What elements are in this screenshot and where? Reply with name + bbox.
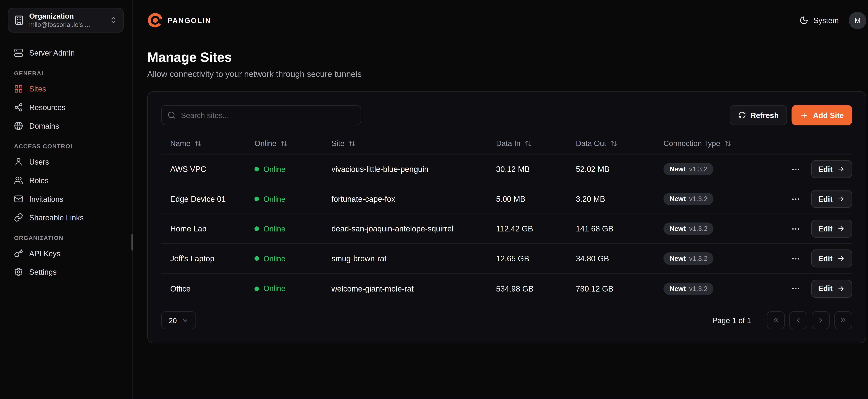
page-size-select[interactable]: 20	[161, 311, 196, 329]
first-page-button[interactable]	[767, 311, 785, 329]
site-tunnel-name: smug-brown-rat	[322, 254, 487, 263]
sidebar-item-domains[interactable]: Domains	[8, 118, 124, 134]
site-name: AWS VPC	[161, 164, 245, 174]
chevron-down-icon	[181, 316, 189, 324]
theme-toggle[interactable]: System	[799, 16, 839, 25]
sidebar-item-api-keys[interactable]: API Keys	[8, 246, 124, 261]
site-data-out: 34.80 GB	[567, 254, 654, 263]
plus-icon	[800, 111, 809, 119]
avatar[interactable]: M	[849, 11, 866, 29]
last-page-button[interactable]	[834, 311, 852, 329]
sidebar-item-server-admin[interactable]: Server Admin	[8, 45, 124, 61]
edit-button[interactable]: Edit	[811, 190, 852, 208]
arrow-right-icon	[837, 284, 845, 293]
connection-type-badge: Newt v1.3.2	[663, 163, 714, 175]
site-data-in: 112.42 GB	[487, 224, 567, 233]
site-status: Online	[245, 224, 322, 233]
refresh-button[interactable]: Refresh	[730, 105, 787, 125]
sidebar-item-label: Users	[29, 158, 49, 166]
table-row: Edge Device 01 Online fortunate-cape-fox…	[161, 184, 852, 214]
chevrons-right-icon	[839, 316, 847, 324]
connection-type-badge: Newt v1.3.2	[663, 222, 714, 235]
sidebar-item-users[interactable]: Users	[8, 154, 124, 170]
column-header-connection-type[interactable]: Connection Type	[654, 140, 767, 148]
column-header-site[interactable]: Site	[322, 140, 487, 148]
site-data-out: 141.68 GB	[567, 224, 654, 233]
org-selector[interactable]: Organization milo@fossorial.io's ...	[8, 8, 124, 32]
sidebar-item-sites[interactable]: Sites	[8, 81, 124, 97]
sidebar-item-shareable-links[interactable]: Shareable Links	[8, 210, 124, 225]
connection-type-name: Newt	[670, 165, 686, 173]
arrow-right-icon	[837, 195, 845, 203]
row-more-actions-button[interactable]	[788, 251, 803, 266]
users-icon	[14, 176, 23, 185]
edit-label: Edit	[818, 165, 833, 174]
sidebar-resize-handle[interactable]	[131, 234, 133, 250]
edit-label: Edit	[818, 224, 833, 233]
section-title-general: GENERAL	[14, 70, 118, 76]
sidebar-item-label: Settings	[29, 268, 57, 276]
row-more-actions-button[interactable]	[788, 192, 803, 206]
online-dot-icon	[254, 167, 259, 172]
edit-label: Edit	[818, 195, 833, 203]
avatar-initial: M	[855, 16, 861, 25]
pagination-controls	[767, 311, 852, 329]
status-label: Online	[264, 195, 285, 203]
org-selector-value: milo@fossorial.io's ...	[29, 21, 104, 28]
status-label: Online	[264, 224, 285, 233]
chevron-left-icon	[795, 316, 802, 324]
add-site-button[interactable]: Add Site	[792, 105, 852, 125]
mail-icon	[14, 194, 23, 204]
ellipsis-icon	[791, 224, 800, 234]
connection-type-badge: Newt v1.3.2	[663, 282, 714, 295]
link-icon	[14, 213, 23, 222]
connection-type-name: Newt	[670, 254, 686, 263]
status-label: Online	[264, 165, 285, 174]
row-more-actions-button[interactable]	[788, 162, 803, 176]
site-data-in: 5.00 MB	[487, 194, 567, 204]
sidebar-item-label: Roles	[29, 176, 49, 185]
add-site-label: Add Site	[813, 111, 844, 119]
edit-button[interactable]: Edit	[811, 160, 852, 178]
column-header-online[interactable]: Online	[245, 140, 322, 148]
edit-label: Edit	[818, 254, 833, 263]
server-icon	[14, 48, 23, 57]
globe-icon	[14, 121, 23, 130]
chevrons-left-icon	[772, 316, 780, 324]
ellipsis-icon	[791, 164, 800, 174]
next-page-button[interactable]	[812, 311, 830, 329]
sidebar-item-label: API Keys	[29, 249, 60, 258]
row-more-actions-button[interactable]	[788, 222, 803, 236]
organization-icon	[14, 15, 24, 25]
sidebar-item-settings[interactable]: Settings	[8, 264, 124, 280]
sidebar-item-resources[interactable]: Resources	[8, 99, 124, 115]
connection-type-version: v1.3.2	[689, 195, 708, 203]
site-connection-cell: Newt v1.3.2	[654, 252, 767, 265]
refresh-label: Refresh	[750, 111, 779, 119]
sidebar-item-roles[interactable]: Roles	[8, 173, 124, 188]
page-subtitle: Allow connectivity to your network throu…	[147, 69, 866, 79]
edit-button[interactable]: Edit	[811, 249, 852, 268]
search-input[interactable]	[161, 105, 361, 125]
row-more-actions-button[interactable]	[788, 281, 803, 296]
prev-page-button[interactable]	[789, 311, 807, 329]
edit-button[interactable]: Edit	[811, 220, 852, 238]
sort-icon	[724, 140, 732, 147]
moon-icon	[799, 16, 808, 25]
page-content: Manage Sites Allow connectivity to your …	[133, 40, 868, 343]
sites-card: Refresh Add Site Name	[147, 91, 866, 343]
column-header-data-in[interactable]: Data In	[487, 140, 567, 148]
site-status: Online	[245, 165, 322, 174]
column-header-name[interactable]: Name	[161, 140, 245, 148]
site-status: Online	[245, 284, 322, 293]
connection-type-badge: Newt v1.3.2	[663, 193, 714, 205]
topbar: PANGOLIN System M	[133, 0, 868, 40]
edit-button[interactable]: Edit	[811, 280, 852, 298]
online-dot-icon	[254, 226, 259, 231]
table-footer: 20 Page 1 of 1	[161, 311, 852, 329]
column-header-data-out[interactable]: Data Out	[567, 140, 654, 148]
table-row: Jeff's Laptop Online smug-brown-rat 12.6…	[161, 244, 852, 274]
sidebar-item-label: Sites	[29, 85, 46, 93]
sidebar-item-invitations[interactable]: Invitations	[8, 191, 124, 207]
column-label: Data Out	[576, 140, 606, 148]
